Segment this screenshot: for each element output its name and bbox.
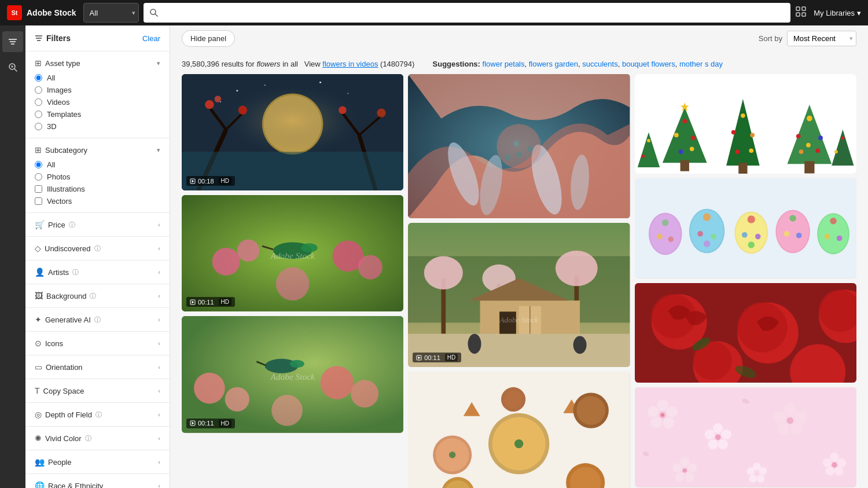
undiscovered-header[interactable]: ◇ Undiscovered ⓘ ‹ [35,244,160,253]
svg-point-205 [685,473,694,482]
svg-point-153 [755,234,761,240]
suggestion-mothers-day[interactable]: mother s day [679,60,723,68]
image-item-2[interactable]: Adobe Stock 00:11 HD [182,195,403,311]
subcategory-header[interactable]: ⊞ Subcategory ▾ [35,145,160,155]
undiscovered-chevron: ‹ [158,245,160,252]
vivid-color-chevron: ‹ [158,435,160,442]
icons-icon: ⊙ [35,339,42,348]
asset-type-images[interactable]: Images [35,86,160,94]
my-libraries-button[interactable]: My Libraries ▾ [814,9,861,17]
asset-type-templates[interactable]: Templates [35,110,160,119]
svg-point-145 [703,214,711,221]
search-visual-icon-button[interactable] [2,57,23,78]
orientation-header[interactable]: ▭ Orientation ‹ [35,362,160,372]
image-item-7[interactable] [635,74,856,174]
asset-type-3d[interactable]: 3D [35,122,160,131]
svg-point-211 [756,475,764,483]
subcategory-photos[interactable]: Photos [35,173,160,181]
svg-point-118 [741,113,745,118]
video-play-icon [190,178,196,184]
svg-point-191 [784,403,796,416]
image-placeholder-2: Adobe Stock [182,195,403,311]
vivid-color-header[interactable]: ✺ Vivid Color ⓘ ‹ [35,434,160,443]
race-ethnicity-label: Race & Ethnicity [48,482,103,489]
image-item-8[interactable] [635,178,856,278]
orientation-icon: ▭ [35,362,42,372]
hide-panel-button[interactable]: Hide panel [182,30,235,47]
suggestion-flower-petals[interactable]: flower petals [483,60,525,68]
image-item-5[interactable]: Adobe Stock 00:11 HD [408,223,630,367]
svg-point-202 [832,463,837,468]
image-item-9[interactable] [635,283,856,383]
icons-section: ⊙ Icons ‹ [25,332,170,355]
filter-icon-button[interactable] [2,31,23,52]
asset-type-select[interactable]: All Images Videos Templates 3D [83,3,139,23]
search-input[interactable]: flowers [163,8,785,17]
image-grid: 00:18 HD [170,74,868,488]
svg-point-106 [449,452,455,458]
svg-point-32 [236,90,238,91]
subcategory-illustrations[interactable]: Illustrations [35,185,160,193]
image-item-10[interactable] [635,387,856,487]
svg-point-190 [715,435,721,441]
generative-ai-header[interactable]: ✦ Generative AI ⓘ ‹ [35,315,160,324]
copy-space-header[interactable]: T Copy Space ‹ [35,386,160,395]
asset-type-all[interactable]: All [35,74,160,82]
svg-point-195 [773,412,785,424]
suggestion-bouquet-flowers[interactable]: bouquet flowers [622,60,675,68]
race-ethnicity-header[interactable]: 🌐 Race & Ethnicity ‹ [35,481,160,488]
filters-icon [35,34,43,42]
svg-rect-124 [804,161,814,173]
icons-header[interactable]: ⊙ Icons ‹ [35,339,160,348]
subcategory-label: Subcategory [45,146,87,155]
asset-type-videos[interactable]: Videos [35,98,160,107]
svg-point-69 [527,146,533,152]
flowers-in-videos-link[interactable]: flowers in videos [322,60,378,68]
suggestion-succulents[interactable]: succulents [582,60,617,68]
svg-point-68 [516,152,522,157]
svg-point-184 [661,413,664,417]
subcategory-all[interactable]: All [35,160,160,169]
svg-point-70 [513,141,519,146]
depth-of-field-header[interactable]: ◎ Depth of Field ⓘ ‹ [35,410,160,419]
background-chevron: ‹ [158,292,160,299]
search-box: flowers [144,3,791,23]
image-item-1[interactable]: 00:18 HD [182,74,403,190]
svg-point-179 [666,406,677,417]
svg-point-182 [648,406,659,417]
image-item-4[interactable] [408,74,630,218]
sort-select[interactable]: Most Recent Most Relevant Most Popular [787,31,856,46]
svg-point-212 [749,475,756,483]
background-header[interactable]: 🖼 Background ⓘ ‹ [35,291,160,300]
undiscovered-info-icon: ⓘ [94,244,101,253]
people-header[interactable]: 👥 People ‹ [35,457,160,467]
asset-type-header[interactable]: ⊞ Asset type ▾ [35,58,160,68]
subcategory-vectors[interactable]: Vectors [35,197,160,206]
svg-point-44 [276,267,309,300]
people-chevron: ‹ [158,458,160,465]
svg-point-66 [497,124,542,168]
svg-point-136 [641,155,645,158]
background-section: 🖼 Background ⓘ ‹ [25,284,170,308]
suggestion-flowers-garden[interactable]: flowers garden [529,60,578,68]
price-header[interactable]: 🛒 Price ⓘ ‹ [35,220,160,229]
clear-filters-button[interactable]: Clear [142,34,160,43]
visual-search-button[interactable] [795,6,807,20]
image-item-3[interactable]: Adobe Stock 00:11 HD [182,316,403,432]
svg-point-57 [290,360,304,368]
svg-text:Adobe Stock: Adobe Stock [270,372,315,382]
svg-point-51 [194,373,225,404]
undiscovered-section: ◇ Undiscovered ⓘ ‹ [25,237,170,260]
artists-header[interactable]: 👤 Artists ⓘ ‹ [35,267,160,277]
svg-point-157 [789,215,796,222]
hd-badge-5: HD [445,354,458,361]
svg-point-36 [220,101,221,102]
generative-ai-chevron: ‹ [158,316,160,323]
svg-point-146 [697,232,703,237]
header: St Adobe Stock All Images Videos Templat… [0,0,868,25]
orientation-label: Orientation [46,363,83,372]
svg-rect-109 [680,160,689,171]
svg-point-206 [675,473,684,482]
svg-point-41 [237,240,259,262]
image-item-6[interactable] [408,372,630,488]
